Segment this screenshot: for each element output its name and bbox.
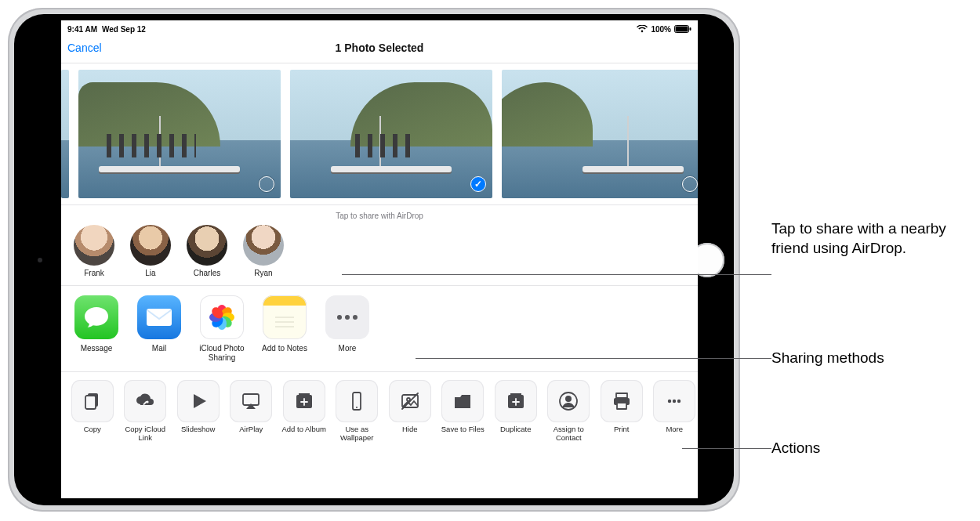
hide-icon [389,380,431,422]
screen-content: 9:41 AM Wed Sep 12 100% Cancel 1 Photo S… [61,20,698,498]
share-app-label: Add to Notes [262,344,307,361]
avatar [130,225,171,266]
action-more-dots[interactable]: More [652,380,699,443]
share-app-label: Message [81,344,113,361]
photos-icon [200,295,244,339]
action-assign-contact[interactable]: Assign to Contact [546,380,593,443]
action-label: Assign to Contact [546,425,593,443]
play-icon [177,380,220,422]
more-icon [325,295,369,339]
status-date: Wed Sep 12 [102,25,146,34]
action-add-album[interactable]: Add to Album [281,380,328,443]
actions-section: CopyCopy iCloud LinkSlideshowAirPlayAdd … [61,372,698,498]
action-label: Slideshow [181,425,215,443]
airdrop-section: Tap to share with AirDrop Frank Lia Char… [61,205,698,286]
share-app-icloud-photo-sharing[interactable]: iCloud Photo Sharing [198,295,246,362]
mail-icon [137,295,181,339]
photo-strip[interactable] [61,63,698,205]
share-app-mail[interactable]: Mail [135,295,183,362]
action-label: Duplicate [500,425,532,443]
action-label: Print [614,425,630,443]
action-copy[interactable]: Copy [69,380,116,443]
svg-rect-3 [147,309,172,326]
svg-rect-28 [617,403,626,409]
cloud-link-icon [124,380,166,422]
notes-icon [263,295,307,339]
nav-bar: Cancel 1 Photo Selected [61,36,698,63]
action-save-files[interactable]: Save to Files [440,380,487,443]
photo-thumbnail[interactable] [61,70,69,198]
action-label: AirPlay [239,425,263,443]
selection-unchecked-icon[interactable] [682,176,698,192]
avatar [243,225,284,266]
svg-rect-11 [85,396,96,409]
status-bar: 9:41 AM Wed Sep 12 100% [61,20,698,36]
share-apps-section: Message Mail [61,286,698,372]
action-label: Save to Files [441,425,485,443]
action-airplay[interactable]: AirPlay [228,380,275,443]
copy-icon [71,380,114,422]
airplay-icon [230,380,272,422]
svg-rect-23 [510,393,521,396]
share-app-label: More [339,344,357,361]
action-cloud-link[interactable]: Copy iCloud Link [122,380,169,443]
share-app-label: iCloud Photo Sharing [198,344,246,362]
photo-thumbnail[interactable] [290,70,492,198]
selection-unchecked-icon[interactable] [259,176,274,192]
airdrop-contact[interactable]: Frank [72,225,116,277]
svg-rect-21 [455,397,470,408]
action-label: Add to Album [281,425,326,443]
svg-point-7 [337,315,342,320]
photo-thumbnail[interactable] [78,70,281,198]
action-wallpaper[interactable]: Use as Wallpaper [334,380,381,443]
airdrop-contact[interactable]: Lia [129,225,172,277]
svg-rect-15 [299,393,310,396]
contact-name-label: Frank [84,269,104,277]
airdrop-contact[interactable]: Charles [185,225,229,277]
action-play[interactable]: Slideshow [175,380,222,443]
more-dots-icon [653,380,695,422]
save-files-icon [441,380,484,422]
svg-point-30 [673,400,676,403]
message-icon [74,295,118,339]
svg-point-17 [356,407,358,408]
callout-airdrop: Tap to share with a nearby friend using … [771,219,980,258]
callout-share-apps: Sharing methods [771,349,884,368]
svg-point-8 [345,315,350,320]
selection-checked-icon[interactable] [470,176,486,192]
action-label: Use as Wallpaper [334,425,381,443]
airdrop-contacts-row: Frank Lia Charles Ryan [67,225,691,277]
svg-point-29 [668,400,671,403]
svg-rect-26 [616,393,627,398]
action-hide[interactable]: Hide [387,380,434,443]
print-icon [601,380,643,422]
contact-name-label: Charles [194,269,220,277]
svg-line-20 [402,393,418,409]
status-time: 9:41 AM [67,25,97,34]
airdrop-contact[interactable]: Ryan [241,225,285,277]
share-app-add-to-notes[interactable]: Add to Notes [260,295,309,362]
svg-rect-1 [676,27,688,32]
action-label: Copy iCloud Link [122,425,169,443]
svg-rect-2 [690,27,691,31]
callout-actions: Actions [771,439,820,458]
battery-percent: 100% [651,25,671,34]
wallpaper-icon [336,380,378,422]
avatar [74,225,114,266]
action-print[interactable]: Print [598,380,645,443]
photo-thumbnail[interactable] [502,70,698,198]
share-app-label: Mail [152,344,166,361]
battery-icon [674,25,691,33]
action-duplicate[interactable]: Duplicate [492,380,539,443]
add-album-icon [283,380,325,422]
svg-point-9 [353,315,358,320]
front-camera-dot [38,258,42,262]
svg-rect-13 [243,394,259,405]
action-label: Hide [402,425,418,443]
page-title: 1 Photo Selected [61,42,698,54]
avatar [187,225,227,266]
action-label: Copy [84,425,101,443]
share-app-more[interactable]: More [323,295,372,362]
share-app-message[interactable]: Message [72,295,121,362]
cancel-button[interactable]: Cancel [64,42,102,54]
